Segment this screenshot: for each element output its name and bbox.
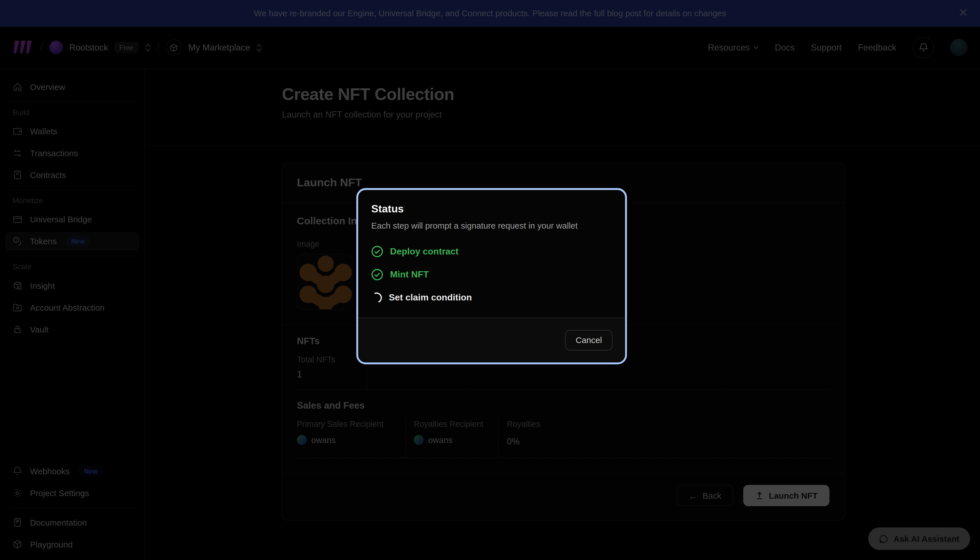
check-circle-icon [371, 268, 383, 280]
step-set-claim-condition: Set claim condition [371, 290, 612, 304]
cancel-button[interactable]: Cancel [565, 330, 612, 351]
dialog-footer: Cancel [358, 317, 625, 362]
dialog-subtitle: Each step will prompt a signature reques… [371, 221, 612, 231]
app-window: We have re-branded our Engine, Universal… [0, 0, 980, 560]
spinner-icon [370, 290, 383, 304]
step-label: Deploy contract [390, 246, 458, 256]
step-label: Set claim condition [389, 292, 472, 302]
dialog-title: Status [371, 203, 612, 215]
step-mint-nft: Mint NFT [371, 268, 612, 281]
status-dialog: Status Each step will prompt a signature… [356, 188, 627, 364]
step-label: Mint NFT [390, 269, 428, 279]
check-circle-icon [371, 245, 383, 257]
step-deploy-contract: Deploy contract [371, 244, 612, 258]
